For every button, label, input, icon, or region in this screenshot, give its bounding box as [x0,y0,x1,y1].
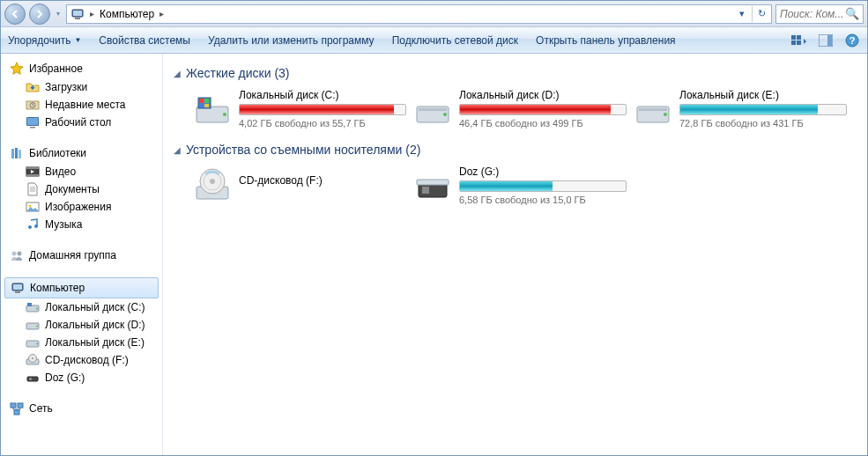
breadcrumb-location[interactable]: Компьютер [100,8,154,20]
group-header-hdd[interactable]: ◢ Жесткие диски (3) [174,66,857,80]
sidebar-item-drive-d[interactable]: Локальный диск (D:) [1,316,162,334]
search-box[interactable]: 🔍 [775,4,864,24]
forward-button[interactable] [29,4,50,25]
hdd-icon [26,335,40,349]
chevron-right-icon[interactable]: ▸ [160,9,164,18]
map-network-drive-button[interactable]: Подключить сетевой диск [392,34,518,47]
sidebar-homegroup[interactable]: Домашняя группа [1,246,162,265]
svg-point-62 [210,179,215,184]
search-input[interactable] [780,8,845,20]
sidebar-item-downloads[interactable]: Загрузки [1,78,162,96]
back-button[interactable] [4,4,26,25]
sidebar-network[interactable]: Сеть [1,399,162,418]
chevron-right-icon: ▸ [90,9,94,18]
organize-button[interactable]: Упорядочить▼ [8,34,81,47]
svg-rect-15 [30,127,35,129]
svg-rect-50 [199,104,204,107]
drive-f[interactable]: CD-дисковод (F:) [191,164,403,207]
group-title: Жесткие диски (3) [186,66,290,80]
sidebar-item-music[interactable]: Музыка [1,216,162,233]
svg-point-24 [28,225,32,229]
sidebar-item-label: CD-дисковод (F:) [45,354,129,366]
system-properties-button[interactable]: Свойства системы [99,34,190,47]
sidebar-item-drive-e[interactable]: Локальный диск (E:) [1,334,162,351]
group-header-removable[interactable]: ◢ Устройства со съемными носителями (2) [174,143,857,157]
history-dropdown[interactable]: ▾ [54,4,63,25]
help-button[interactable]: ? [844,33,860,48]
control-panel-button[interactable]: Открыть панель управления [536,34,676,47]
space-bar [459,104,627,115]
svg-point-52 [223,113,226,116]
sidebar-item-videos[interactable]: Видео [1,163,162,180]
svg-rect-17 [15,148,18,158]
drive-g[interactable]: Doz (G:) 6,58 ГБ свободно из 15,0 ГБ [412,164,623,207]
sidebar-favorites[interactable]: Избранное [1,59,162,78]
svg-point-25 [34,224,38,228]
preview-pane-button[interactable] [818,33,834,48]
svg-rect-30 [15,291,20,293]
space-bar [679,104,847,115]
drive-status: 46,4 ГБ свободно из 499 ГБ [459,118,627,129]
collapse-icon: ◢ [174,69,181,78]
svg-rect-48 [199,99,204,103]
uninstall-program-button[interactable]: Удалить или изменить программу [208,34,375,47]
svg-rect-4 [797,35,801,40]
sidebar-item-drive-c[interactable]: Локальный диск (C:) [1,298,162,316]
sidebar-libraries[interactable]: Библиотеки [1,143,162,163]
refresh-button[interactable]: ↻ [752,6,768,22]
svg-point-37 [36,343,38,345]
svg-rect-44 [18,403,23,408]
svg-rect-54 [419,108,447,111]
chevron-down-icon: ▼ [74,36,81,44]
space-fill [680,105,818,114]
hdd-icon [413,89,452,128]
svg-rect-45 [14,410,19,415]
sidebar-item-drive-g[interactable]: Doz (G:) [1,369,162,386]
sidebar-item-desktop[interactable]: Рабочий стол [1,114,162,131]
address-bar[interactable]: ▸ Компьютер ▸ ▾ ↻ [66,4,772,24]
svg-rect-51 [204,104,209,107]
svg-point-58 [664,113,667,116]
svg-rect-49 [204,99,209,103]
video-icon [26,165,40,179]
cd-drive-icon [193,165,232,204]
cd-drive-icon [26,353,40,367]
pictures-icon [26,200,40,214]
svg-rect-20 [26,167,39,169]
navigation-bar: ▾ ▸ Компьютер ▸ ▾ ↻ 🔍 [1,1,867,27]
explorer-window: ▾ ▸ Компьютер ▸ ▾ ↻ 🔍 Упорядочить▼ Свойс… [0,0,868,456]
group-title: Устройства со съемными носителями (2) [186,143,420,157]
documents-icon [26,182,40,196]
sidebar-item-recent[interactable]: Недавние места [1,96,162,114]
svg-rect-3 [791,35,796,40]
sidebar-item-label: Локальный диск (E:) [45,336,145,349]
svg-rect-18 [19,150,21,158]
sidebar-item-label: Загрузки [45,81,87,93]
sidebar-item-label: Недавние места [45,99,125,111]
svg-text:?: ? [849,35,856,46]
space-bar [239,104,406,115]
computer-icon [11,281,25,295]
command-bar: Упорядочить▼ Свойства системы Удалить ил… [1,27,867,54]
svg-rect-21 [26,174,39,176]
drive-label: Локальный диск (E:) [679,89,847,101]
sidebar-item-label: Музыка [45,218,82,231]
sidebar-item-pictures[interactable]: Изображения [1,198,162,216]
drive-c[interactable]: Локальный диск (C:) 4,02 ГБ свободно из … [191,87,403,130]
address-dropdown[interactable]: ▾ [734,6,750,22]
search-icon[interactable]: 🔍 [845,7,859,20]
drive-e[interactable]: Локальный диск (E:) 72,8 ГБ свободно из … [632,87,843,130]
removable-drive-icon [413,165,452,204]
sidebar-item-label: Doz (G:) [45,371,85,384]
svg-point-55 [443,113,447,116]
svg-rect-42 [29,378,32,380]
view-options-button[interactable] [791,33,807,48]
sidebar-computer[interactable]: Компьютер [4,277,159,298]
svg-rect-64 [417,180,449,185]
sidebar-item-documents[interactable]: Документы [1,180,162,198]
sidebar-item-drive-f[interactable]: CD-дисковод (F:) [1,351,162,369]
drive-status: 4,02 ГБ свободно из 55,7 ГБ [239,118,406,129]
svg-point-27 [18,252,22,256]
drive-d[interactable]: Локальный диск (D:) 46,4 ГБ свободно из … [412,87,623,130]
removable-drive-icon [26,371,40,385]
